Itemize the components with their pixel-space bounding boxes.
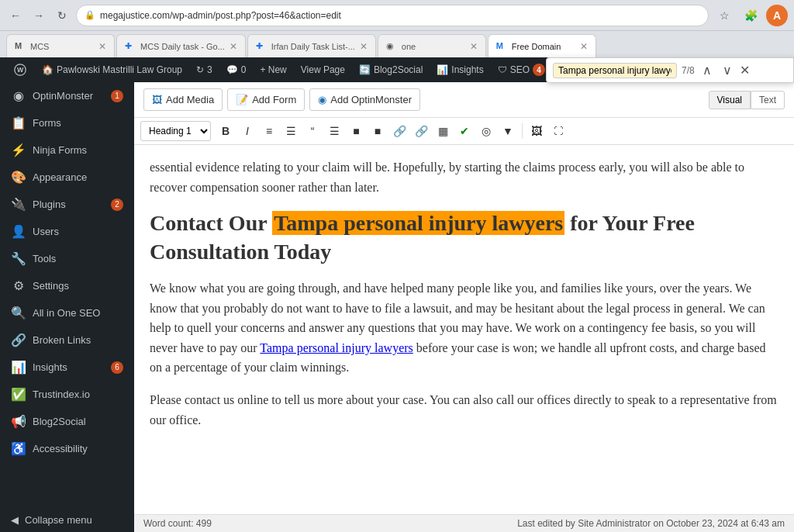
forward-button[interactable]: → (29, 6, 48, 25)
optinmonster-icon: ◉ (11, 88, 26, 103)
check-button[interactable]: ✔ (454, 121, 475, 141)
add-form-button[interactable]: 📝 Add Form (227, 88, 305, 111)
view-page-item[interactable]: View Page (295, 57, 351, 82)
tab-close-mcs1[interactable]: ✕ (98, 41, 106, 52)
tab-close-freedomain[interactable]: ✕ (580, 41, 588, 52)
insights-icon: 📊 (11, 360, 26, 375)
settings-icon: ⚙ (11, 278, 26, 293)
blockquote-button[interactable]: “ (302, 121, 323, 141)
visual-tab[interactable]: Visual (709, 91, 751, 109)
ordered-list-button[interactable]: ☰ (281, 121, 301, 141)
insights-item[interactable]: 📊 Insights (430, 57, 489, 82)
sidebar-item-users[interactable]: 👤 Users (0, 218, 134, 245)
back-button[interactable]: ← (6, 6, 25, 25)
sidebar-item-trustindex[interactable]: ✅ Trustindex.io (0, 381, 134, 408)
editor-content[interactable]: essential evidence relating to your clai… (134, 145, 794, 514)
find-prev-button[interactable]: ∧ (699, 61, 715, 79)
seo-item[interactable]: 🛡 SEO 4 (492, 57, 551, 82)
content-link-tampa-lawyers[interactable]: Tampa personal injury lawyers (260, 341, 413, 354)
add-form-label: Add Form (252, 94, 296, 105)
find-close-button[interactable]: ✕ (740, 63, 750, 78)
sidebar-item-broken-links[interactable]: 🔗 Broken Links (0, 326, 134, 354)
security-icon: 🔒 (85, 10, 95, 20)
sidebar-label-forms: Forms (33, 117, 61, 129)
extensions-button[interactable]: 🧩 (740, 5, 761, 26)
tab-close-irfan[interactable]: ✕ (360, 41, 368, 52)
comments-item[interactable]: 💬 0 (220, 57, 253, 82)
bold-button[interactable]: B (216, 121, 236, 141)
insights-badge: 6 (111, 361, 123, 374)
align-right-button[interactable]: ■ (368, 121, 388, 141)
site-name-text: Pawlowski Mastrilli Law Group (57, 64, 182, 75)
sidebar-item-optinmonster[interactable]: ◉ OptinMonster 1 (0, 82, 134, 109)
add-media-icon: 🖼 (152, 94, 162, 105)
unlink-button[interactable]: 🔗 (411, 121, 431, 141)
reload-button[interactable]: ↻ (53, 6, 71, 25)
revisions-icon: ↻ (196, 64, 204, 75)
profile-button[interactable]: A (766, 5, 788, 26)
unordered-list-button[interactable]: ≡ (259, 121, 279, 141)
collapse-menu-button[interactable]: ◀ Collapse menu (0, 508, 134, 532)
sidebar-item-ninja-forms[interactable]: ⚡ Ninja Forms (0, 136, 134, 164)
editor-toolbar-top: 🖼 Add Media 📝 Add Form ◉ Add OptinMonste… (134, 82, 794, 118)
tab-mcs2[interactable]: ✚ MCS Daily task - Go... ✕ (116, 34, 246, 57)
sidebar-label-appearance: Appearance (33, 171, 87, 183)
revisions-count: 3 (207, 64, 212, 75)
sidebar-item-accessibility[interactable]: ♿ Accessibility (0, 435, 134, 462)
sidebar-item-blog2social[interactable]: 📢 Blog2Social (0, 408, 134, 435)
table-button[interactable]: ▦ (433, 121, 453, 141)
wp-logo[interactable]: W (6, 57, 34, 82)
sidebar-item-settings[interactable]: ⚙ Settings (0, 272, 134, 299)
tab-one[interactable]: ◉ one ✕ (378, 34, 486, 57)
view-page-label: View Page (301, 64, 345, 75)
find-next-button[interactable]: ∨ (720, 61, 735, 79)
sidebar-item-allinoneseo[interactable]: 🔍 All in One SEO (0, 299, 134, 326)
blog2social-sidebar-icon: 📢 (11, 414, 26, 429)
content-paragraph-intro: essential evidence relating to your clai… (150, 157, 778, 197)
align-left-button[interactable]: ☰ (324, 121, 344, 141)
content-area: 🖼 Add Media 📝 Add Form ◉ Add OptinMonste… (134, 82, 794, 532)
optinmonster-badge: 1 (111, 90, 123, 102)
italic-button[interactable]: I (237, 121, 257, 141)
align-center-button[interactable]: ■ (346, 121, 366, 141)
blog2social-label: Blog2Social (374, 64, 423, 75)
tab-mcs1[interactable]: M MCS ✕ (6, 34, 115, 57)
tab-title-mcs2: MCS Daily task - Go... (140, 42, 225, 51)
forms-icon: 📋 (11, 116, 26, 130)
blog2social-item[interactable]: 🔄 Blog2Social (353, 57, 429, 82)
fullscreen-button[interactable]: ⛶ (548, 121, 568, 141)
sidebar-label-settings: Settings (33, 280, 69, 292)
find-bar: 7/8 ∧ ∨ ✕ (546, 57, 794, 83)
sidebar-item-plugins[interactable]: 🔌 Plugins 2 (0, 191, 134, 218)
sidebar-item-tools[interactable]: 🔧 Tools (0, 245, 134, 272)
sidebar-item-forms[interactable]: 📋 Forms (0, 109, 134, 136)
add-media-button[interactable]: 🖼 Add Media (143, 88, 223, 111)
new-item[interactable]: + New (254, 57, 292, 82)
trustindex-icon: ✅ (11, 387, 26, 402)
add-optinmonster-button[interactable]: ◉ Add OptinMonster (309, 88, 420, 111)
tab-freedomain[interactable]: M Free Domain ✕ (488, 34, 596, 57)
site-name-item[interactable]: 🏠 Pawlowski Mastrilli Law Group (36, 57, 188, 82)
tab-close-one[interactable]: ✕ (470, 41, 478, 52)
spinner-button[interactable]: ◎ (476, 121, 496, 141)
sidebar-item-appearance[interactable]: 🎨 Appearance (0, 164, 134, 191)
tab-close-mcs2[interactable]: ✕ (230, 41, 237, 52)
sidebar-item-insights[interactable]: 📊 Insights 6 (0, 354, 134, 381)
sidebar-label-optinmonster: OptinMonster (33, 90, 93, 102)
main-layout: ◉ OptinMonster 1 📋 Forms ⚡ Ninja Forms 🎨… (0, 82, 794, 532)
find-input[interactable] (553, 63, 677, 78)
text-tab[interactable]: Text (751, 91, 785, 109)
address-bar[interactable]: 🔒 megajustice.com/wp-admin/post.php?post… (76, 5, 709, 26)
sidebar-label-broken-links: Broken Links (33, 334, 91, 346)
bookmark-button[interactable]: ☆ (713, 5, 735, 26)
heading-select[interactable]: Heading 1 Heading 2 Heading 3 Paragraph (140, 121, 211, 141)
tab-title-irfan: Irfan Daily Task List-... (271, 42, 355, 51)
more-button[interactable]: ▼ (498, 121, 518, 141)
image-button[interactable]: 🖼 (526, 121, 547, 141)
comments-count: 0 (241, 64, 247, 75)
sidebar-label-tools: Tools (33, 253, 56, 264)
sidebar-label-users: Users (33, 226, 59, 237)
link-button[interactable]: 🔗 (389, 121, 409, 141)
revisions-item[interactable]: ↻ 3 (190, 57, 219, 82)
tab-irfan[interactable]: ✚ Irfan Daily Task List-... ✕ (247, 34, 376, 57)
